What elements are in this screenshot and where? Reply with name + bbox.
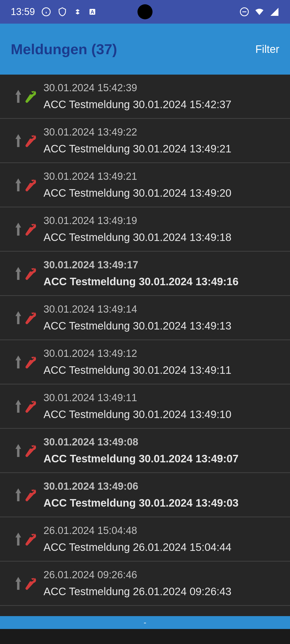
arrow-up-icon: [13, 265, 23, 281]
arrow-up-icon: [13, 487, 23, 503]
footer-text: -: [144, 618, 146, 627]
item-icons: [13, 353, 35, 371]
item-text: 30.01.2024 15:42:39ACC Testmeldung 30.01…: [44, 82, 284, 111]
wrench-icon: [23, 486, 36, 504]
arrow-up-icon: [13, 133, 23, 149]
arrow-up-icon: [13, 575, 23, 591]
list-item[interactable]: 30.01.2024 13:49:11ACC Testmeldung 30.01…: [0, 385, 290, 429]
arrow-up-icon: [13, 221, 23, 237]
status-left: 13:59 A: [11, 6, 97, 17]
arrow-up-icon: [13, 398, 23, 414]
item-text: 30.01.2024 13:49:17ACC Testmeldung 30.01…: [44, 259, 284, 288]
signal-icon: [270, 7, 279, 17]
list-item[interactable]: 26.01.2024 15:04:48ACC Testmeldung 26.01…: [0, 517, 290, 562]
item-title: ACC Testmeldung 30.01.2024 13:49:21: [44, 143, 284, 155]
list-item[interactable]: 30.01.2024 13:49:12ACC Testmeldung 30.01…: [0, 340, 290, 385]
item-timestamp: 30.01.2024 13:49:11: [44, 392, 284, 404]
nav-icon: [101, 643, 116, 644]
dropbox-icon: [74, 8, 82, 16]
item-title: ACC Testmeldung 30.01.2024 13:49:11: [44, 364, 284, 376]
item-icons: [13, 575, 35, 592]
item-timestamp: 30.01.2024 13:49:14: [44, 303, 284, 315]
arrow-up-icon: [13, 88, 23, 104]
item-title: ACC Testmeldung 30.01.2024 13:49:10: [44, 408, 284, 420]
wrench-icon: [23, 530, 36, 548]
nav-tab-teamdispo[interactable]: Teamdispo: [145, 643, 218, 644]
arrow-up-icon: [13, 354, 23, 370]
item-timestamp: 30.01.2024 13:49:06: [44, 481, 284, 492]
wrench-icon: [23, 442, 36, 459]
status-right: [240, 7, 279, 17]
item-timestamp: 26.01.2024 09:26:46: [44, 569, 284, 581]
list-item[interactable]: 30.01.2024 13:49:14ACC Testmeldung 30.01…: [0, 296, 290, 340]
wrench-icon: [23, 309, 36, 327]
wrench-icon: [23, 575, 36, 592]
nav-tab-teilnehmerstatus[interactable]: Teilnehmerstatus: [73, 643, 145, 644]
item-icons: [13, 486, 35, 504]
item-timestamp: 30.01.2024 13:49:17: [44, 259, 284, 271]
item-icons: [13, 397, 35, 415]
item-icons: [13, 132, 35, 149]
wrench-icon: [23, 87, 36, 105]
item-icons: [13, 530, 35, 548]
wrench-icon: [23, 265, 36, 282]
list-item[interactable]: 30.01.2024 15:42:39ACC Testmeldung 30.01…: [0, 75, 290, 119]
item-text: 30.01.2024 13:49:11ACC Testmeldung 30.01…: [44, 392, 284, 420]
item-icons: [13, 220, 35, 238]
shield-icon: [57, 7, 67, 17]
item-icons: [13, 87, 35, 105]
item-timestamp: 30.01.2024 13:49:12: [44, 348, 284, 359]
nav-tab-einstellungen[interactable]: Einstellungen: [218, 643, 290, 644]
info-icon: [41, 7, 51, 17]
item-timestamp: 30.01.2024 13:49:19: [44, 215, 284, 226]
item-text: 30.01.2024 13:49:06ACC Testmeldung 30.01…: [44, 481, 284, 509]
arrow-up-icon: [13, 442, 23, 459]
arrow-up-icon: [13, 531, 23, 547]
camera-notch: [137, 4, 153, 19]
filter-button[interactable]: Filter: [255, 43, 279, 55]
item-text: 30.01.2024 13:49:08ACC Testmeldung 30.01…: [44, 436, 284, 465]
list-item[interactable]: 30.01.2024 13:49:21ACC Testmeldung 30.01…: [0, 163, 290, 207]
status-time: 13:59: [11, 6, 35, 17]
list-item[interactable]: 30.01.2024 13:49:06ACC Testmeldung 30.01…: [0, 473, 290, 517]
arrow-up-icon: [13, 177, 23, 193]
list-item[interactable]: 30.01.2024 13:49:22ACC Testmeldung 30.01…: [0, 119, 290, 163]
item-title: ACC Testmeldung 30.01.2024 15:42:37: [44, 98, 284, 111]
wrench-icon: [23, 176, 36, 194]
wrench-icon: [23, 132, 36, 149]
dnd-icon: [240, 7, 249, 17]
nav-icon: [29, 643, 44, 644]
item-text: 26.01.2024 09:26:46ACC Testmeldung 26.01…: [44, 569, 284, 598]
item-text: 30.01.2024 13:49:22ACC Testmeldung 30.01…: [44, 126, 284, 155]
page-title: Meldungen (37): [11, 41, 117, 57]
nav-tab-meldungen[interactable]: Meldungen: [0, 643, 73, 644]
item-text: 30.01.2024 13:49:14ACC Testmeldung 30.01…: [44, 303, 284, 332]
app-icon: A: [88, 8, 97, 16]
item-title: ACC Testmeldung 26.01.2024 09:26:43: [44, 586, 284, 598]
item-timestamp: 30.01.2024 13:49:21: [44, 171, 284, 182]
item-icons: [13, 309, 35, 327]
item-timestamp: 30.01.2024 13:49:08: [44, 436, 284, 448]
list-item[interactable]: 26.01.2024 09:26:46ACC Testmeldung 26.01…: [0, 562, 290, 606]
list-item[interactable]: 30.01.2024 13:49:19ACC Testmeldung 30.01…: [0, 207, 290, 252]
nav-icon: [246, 643, 261, 644]
item-title: ACC Testmeldung 26.01.2024 15:04:44: [44, 541, 284, 553]
item-title: ACC Testmeldung 30.01.2024 13:49:13: [44, 320, 284, 332]
item-icons: [13, 265, 35, 282]
item-title: ACC Testmeldung 30.01.2024 13:49:07: [44, 453, 284, 465]
message-list[interactable]: 30.01.2024 15:42:39ACC Testmeldung 30.01…: [0, 75, 290, 616]
bottom-nav: MeldungenTeilnehmerstatusTeamdispoEinste…: [0, 629, 290, 644]
footer-strip: -: [0, 616, 290, 629]
arrow-up-icon: [13, 310, 23, 326]
app-bar: Meldungen (37) Filter: [0, 24, 290, 75]
item-icons: [13, 176, 35, 194]
list-item[interactable]: 30.01.2024 13:49:17ACC Testmeldung 30.01…: [0, 252, 290, 296]
item-timestamp: 26.01.2024 15:04:48: [44, 525, 284, 536]
wifi-icon: [254, 7, 265, 17]
item-title: ACC Testmeldung 30.01.2024 13:49:03: [44, 497, 284, 509]
item-text: 26.01.2024 15:04:48ACC Testmeldung 26.01…: [44, 525, 284, 553]
svg-text:A: A: [90, 9, 94, 15]
wrench-icon: [23, 397, 36, 415]
list-item[interactable]: 30.01.2024 13:49:08ACC Testmeldung 30.01…: [0, 429, 290, 473]
item-text: 30.01.2024 13:49:19ACC Testmeldung 30.01…: [44, 215, 284, 243]
